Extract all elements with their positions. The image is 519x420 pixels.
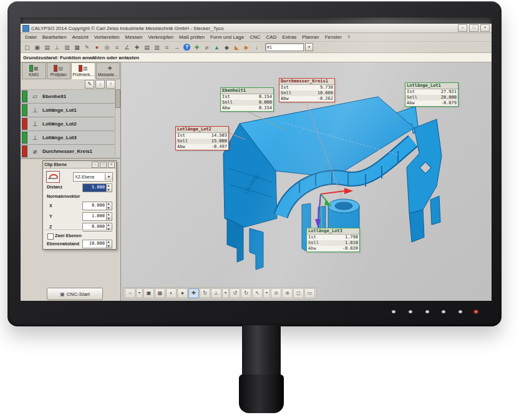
rotate-ccw-icon[interactable]: ↺ xyxy=(230,288,240,298)
list-item-lotlaenge-lot1[interactable]: ⊥ Lotlänge_Lot1 xyxy=(21,104,120,117)
dialog-maximize-button[interactable]: □ xyxy=(100,162,107,168)
menu-masspruefen[interactable]: Maß prüfen xyxy=(177,34,207,40)
shaded-view-icon[interactable]: ◐ xyxy=(166,288,177,298)
y-field[interactable]: 1.000 xyxy=(82,212,112,221)
maximize-button[interactable]: □ xyxy=(469,24,478,32)
probe-icon[interactable]: ⊥ xyxy=(52,43,62,52)
sidebar-scrollbar[interactable] xyxy=(115,89,120,156)
stylus-icon[interactable]: ✎ xyxy=(82,43,92,52)
paste-icon[interactable]: ▦ xyxy=(72,43,82,52)
run-icon[interactable]: ▶ xyxy=(242,43,251,52)
tools-icon[interactable]: ◆ xyxy=(222,43,231,52)
menu-verknuepfen[interactable]: Verknüpfen xyxy=(146,34,176,40)
tab-pruefplan[interactable]: ▤ Prüfplan xyxy=(47,62,71,79)
monitor-button-4[interactable] xyxy=(442,310,445,313)
ebenenabstand-field[interactable]: 10.000 xyxy=(82,240,112,248)
menu-planner[interactable]: Planner xyxy=(299,34,322,40)
combo-dropdown-icon[interactable]: ▾ xyxy=(305,43,313,51)
menu-hilfe[interactable]: ? xyxy=(345,34,352,40)
crosshair-icon[interactable]: ✚ xyxy=(132,43,142,52)
annotation-durchmesser-kreis1[interactable]: Durchmesser_Kreis1 Ist9.738 Soll10.000 A… xyxy=(279,78,335,102)
search-icon[interactable]: ◎ xyxy=(102,43,112,52)
pointer-dropdown-icon[interactable]: ▾ xyxy=(263,288,270,298)
menu-ansicht[interactable]: Ansicht xyxy=(69,34,90,40)
chevron-down-icon[interactable]: ▾ xyxy=(105,173,112,180)
exit-icon[interactable]: ↓ xyxy=(252,43,261,52)
rotate-view-icon[interactable]: ↻ xyxy=(200,288,210,298)
pan-icon[interactable]: ✚ xyxy=(188,288,199,298)
list-item-lotlaenge-lot2[interactable]: ⊥ Lotlänge_Lot2 xyxy=(21,117,120,131)
tab-messelemente[interactable]: ✚ Messele... xyxy=(96,62,120,79)
geometry-dropdown-icon[interactable]: ▾ xyxy=(136,288,143,298)
menu-extras[interactable]: Extras xyxy=(279,34,299,40)
monitor-button-3[interactable] xyxy=(425,310,429,313)
menu-vorbereiten[interactable]: Vorbereiten xyxy=(92,34,122,40)
zoom-window-icon[interactable]: ◻ xyxy=(293,288,304,298)
monitor-button-1[interactable] xyxy=(392,310,395,313)
list-icon[interactable]: ≡ xyxy=(162,43,172,52)
menu-cnc[interactable]: CNC xyxy=(247,34,263,40)
ebenenabstand-spinner[interactable] xyxy=(106,240,112,248)
new-icon[interactable]: ▢ xyxy=(22,43,32,52)
x-field[interactable]: 0.000 xyxy=(82,202,112,210)
tab-pruefmerkmale[interactable]: ▥ Prüfmerk... xyxy=(71,62,95,79)
labels-icon[interactable]: ▣ xyxy=(143,288,154,298)
dialog-close-button[interactable]: × xyxy=(108,162,115,168)
rotate-cw-icon[interactable]: ↻ xyxy=(241,288,251,298)
copy-icon[interactable]: ▥ xyxy=(62,43,72,52)
geometry-select-icon[interactable]: ○ xyxy=(125,288,135,298)
close-button[interactable]: × xyxy=(480,24,490,32)
menu-cad[interactable]: CAD xyxy=(264,34,279,40)
menu-messen[interactable]: Messen xyxy=(123,34,145,40)
move-down-icon[interactable]: ↓ xyxy=(95,80,105,89)
minimize-button[interactable]: – xyxy=(458,24,467,32)
x-spinner[interactable] xyxy=(106,202,112,210)
annotation-ebenheit1[interactable]: Ebenheit1 Ist0.154 Soll0.000 Abw0.154 xyxy=(220,87,274,112)
menu-bearbeiten[interactable]: Bearbeiten xyxy=(40,34,69,40)
angle-icon[interactable]: ∠ xyxy=(122,43,132,52)
menu-datei[interactable]: Datei xyxy=(22,34,39,40)
list-item-lotlaenge-lot3[interactable]: ⊥ Lotlänge_Lot3 xyxy=(21,131,120,145)
dialog-minimize-button[interactable]: – xyxy=(92,162,99,168)
save-icon[interactable]: ▤ xyxy=(42,43,52,52)
features-icon[interactable]: ≡ xyxy=(112,43,122,52)
flag-icon[interactable]: ◣ xyxy=(232,43,241,52)
base-system-combo[interactable]: #1 xyxy=(265,43,304,51)
edit-icon[interactable]: ✎ xyxy=(85,80,94,89)
dialog-title-bar[interactable]: Clip Ebene – □ × xyxy=(43,161,116,168)
measure-icon[interactable]: ⌀ xyxy=(202,43,211,52)
tab-kmg[interactable]: ▦ KMG xyxy=(22,62,46,79)
zwei-ebenen-checkbox[interactable] xyxy=(47,233,54,240)
plane-select[interactable]: XZ-Ebene ▾ xyxy=(73,172,113,182)
stop-icon[interactable]: ● xyxy=(92,43,102,52)
menu-form-und-lage[interactable]: Form und Lage xyxy=(208,34,246,40)
cad-view[interactable]: CALYPSO xyxy=(121,62,492,301)
send-icon[interactable]: → xyxy=(172,43,182,52)
probe-add-icon[interactable]: ✚ xyxy=(192,43,201,52)
solid-view-icon[interactable]: ● xyxy=(177,288,188,298)
zoom-out-icon[interactable]: ⊖ xyxy=(271,288,281,298)
labels-all-icon[interactable]: ▦ xyxy=(155,288,165,298)
help-icon[interactable]: ? xyxy=(183,44,190,51)
annotation-lotlaenge-lot2[interactable]: Lotlänge_Lot2 Ist14.503 Soll15.000 Abw-0… xyxy=(175,126,229,150)
annotation-lotlaenge-lot1[interactable]: Lotlänge_Lot1 Ist27.921 Soll28.000 Abw-0… xyxy=(405,82,458,107)
clip-plane-icon[interactable] xyxy=(46,171,60,183)
menu-fenster[interactable]: Fenster xyxy=(323,34,344,40)
monitor-button-5[interactable] xyxy=(458,310,462,313)
probe-view-icon[interactable]: ⊥ xyxy=(211,288,221,298)
annotation-lotlaenge-lot3[interactable]: Lotlänge_Lot3 Ist1.790 Soll1.810 Abw-0.0… xyxy=(306,228,360,252)
distanz-field[interactable]: 5.000 xyxy=(82,183,112,192)
distanz-spinner[interactable] xyxy=(106,184,112,192)
scrollbar-thumb[interactable] xyxy=(115,89,120,108)
cnc-start-button[interactable]: ▣ CNC-Start xyxy=(47,288,103,300)
fit-view-icon[interactable]: ▭ xyxy=(304,288,315,298)
probe-dropdown-icon[interactable]: ▾ xyxy=(222,288,229,298)
pointer-icon[interactable]: ↖ xyxy=(252,288,263,298)
monitor-button-2[interactable] xyxy=(409,310,412,313)
list-item-durchmesser-kreis1[interactable]: ⌀ Durchmesser_Kreis1 xyxy=(21,145,120,159)
zoom-in-icon[interactable]: ⊕ xyxy=(282,288,293,298)
cad-icon[interactable]: ▲ xyxy=(212,43,221,52)
list-item-ebenheit1[interactable]: ▱ Ebenheit1 xyxy=(21,90,120,104)
protocol-icon[interactable]: ▥ xyxy=(152,43,162,52)
open-icon[interactable]: ▣ xyxy=(32,43,42,52)
